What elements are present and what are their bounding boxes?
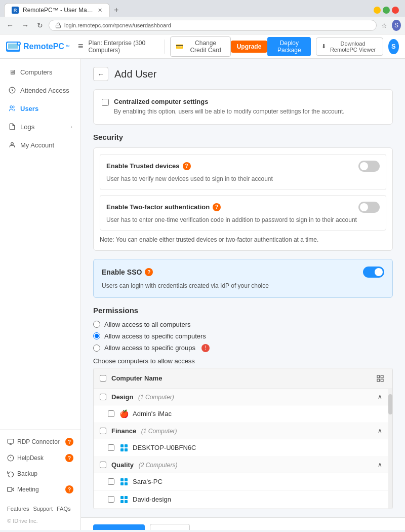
tab-close-icon[interactable]: ✕: [98, 7, 102, 14]
permissions-section: Permissions Allow access to all computer…: [93, 306, 393, 509]
design-group-checkbox[interactable]: [100, 394, 106, 400]
address-bar[interactable]: login.remotepc.com/rpcnew/userdashboard: [49, 20, 377, 31]
cancel-button[interactable]: Cancel: [150, 524, 189, 530]
sidebar-item-helpdesk[interactable]: HelpDesk ?: [0, 450, 80, 466]
faqs-link[interactable]: FAQs: [57, 506, 71, 512]
sidebar-label-users: Users: [20, 105, 38, 112]
backup-icon: [7, 470, 14, 477]
invite-user-button[interactable]: Invite User: [93, 524, 145, 530]
saras-pc-name: Sara's-PC: [133, 478, 163, 485]
two-factor-help-icon[interactable]: ?: [213, 203, 221, 211]
upgrade-button[interactable]: Upgrade: [231, 41, 268, 53]
finance-group-toggle-icon[interactable]: ∧: [378, 427, 382, 434]
two-factor-slider: [358, 202, 380, 213]
col-header-name: Computer Name: [111, 374, 374, 382]
david-design-name: David-design: [133, 496, 171, 503]
trusted-devices-slider: [358, 161, 380, 172]
trusted-devices-title-group: Enable Trusted devices ?: [106, 162, 191, 170]
profile-icon[interactable]: S: [392, 21, 401, 30]
computer-row-admins-imac: 🍎 Admin's iMac: [94, 405, 388, 423]
table-rows: Design (1 Computer) ∧ 🍎 Admin's iMac: [94, 389, 388, 509]
admins-imac-checkbox[interactable]: [108, 410, 114, 417]
download-viewer-button[interactable]: ⬇ Download RemotePC Viewer: [316, 37, 383, 56]
helpdesk-help-icon[interactable]: ?: [65, 454, 73, 462]
permission-radio-all[interactable]: [93, 321, 100, 328]
svg-rect-0: [56, 25, 61, 28]
download-label: Download RemotePC Viewer: [328, 41, 377, 53]
new-tab-button[interactable]: +: [110, 4, 123, 17]
sidebar-item-users[interactable]: Users: [0, 99, 80, 118]
sso-help-icon[interactable]: ?: [145, 268, 153, 276]
trusted-devices-help-icon[interactable]: ?: [183, 162, 191, 170]
rdp-label: RDP Connector: [17, 438, 60, 445]
svg-rect-3: [8, 44, 18, 49]
sidebar-item-attended-access[interactable]: Attended Access: [0, 81, 80, 99]
browser-tab-active[interactable]: R RemotePC™ - User Management ✕: [4, 3, 110, 17]
back-button[interactable]: ←: [93, 67, 108, 81]
support-link[interactable]: Support: [33, 506, 53, 512]
features-link[interactable]: Features: [7, 506, 29, 512]
toolbar-icons: ☆ S: [380, 21, 401, 30]
permission-radio-specific-computers[interactable]: [93, 332, 100, 339]
plan-info: Plan: Enterprise (300 Computers): [88, 40, 165, 54]
desktop-u0bfn6c-checkbox[interactable]: [108, 444, 114, 451]
design-group-name: Design (1 Computer): [111, 393, 378, 401]
sidebar-item-meeting[interactable]: Meeting ?: [0, 481, 80, 498]
maximize-button[interactable]: [383, 7, 390, 14]
svg-point-5: [18, 43, 20, 45]
svg-rect-12: [8, 487, 12, 491]
nav-refresh-button[interactable]: ↻: [34, 20, 46, 30]
table-sort-icon[interactable]: [374, 372, 386, 385]
trusted-devices-header: Enable Trusted devices ?: [106, 161, 380, 172]
minimize-button[interactable]: [374, 7, 381, 14]
two-factor-title-group: Enable Two-factor authentication ?: [106, 203, 221, 211]
two-factor-item: Enable Two-factor authentication ? User …: [100, 195, 386, 231]
bookmark-icon[interactable]: ☆: [380, 21, 389, 30]
sso-section: Enable SSO ? Users can login with creden…: [93, 259, 393, 298]
sidebar-item-logs[interactable]: Logs ›: [0, 118, 80, 136]
sidebar-footer: Features Support FAQs: [0, 502, 80, 516]
saras-pc-checkbox[interactable]: [108, 478, 114, 485]
david-design-checkbox[interactable]: [108, 496, 114, 503]
finance-group-checkbox[interactable]: [100, 428, 106, 434]
table-header: Computer Name: [94, 368, 392, 389]
design-group-toggle-icon[interactable]: ∧: [378, 393, 382, 400]
choose-computers-label: Choose computers to allow access: [93, 357, 393, 365]
quality-group-toggle-icon[interactable]: ∧: [378, 461, 382, 468]
quality-group-checkbox[interactable]: [100, 462, 106, 468]
group-row-finance: Finance (1 Computer) ∧: [94, 423, 388, 439]
close-button[interactable]: [392, 7, 399, 14]
scrollbar-thumb: [388, 394, 392, 414]
page-header: ← Add User: [93, 67, 393, 81]
centralized-settings-checkbox[interactable]: [102, 99, 109, 106]
change-credit-card-button[interactable]: 💳 Change Credit Card: [170, 36, 230, 57]
permission-radio-specific-groups[interactable]: [93, 345, 100, 352]
settings-row: Centralized computer settings By enablin…: [102, 98, 384, 116]
sidebar-item-rdp-connector[interactable]: RDP Connector ?: [0, 434, 80, 450]
meeting-icon: [7, 486, 14, 493]
permission-option-specific-groups: Allow access to specific groups !: [93, 344, 393, 352]
settings-text: Centralized computer settings By enablin…: [114, 98, 345, 116]
table-scrollbar[interactable]: [388, 389, 392, 509]
sidebar-item-backup[interactable]: Backup: [0, 466, 80, 481]
user-avatar[interactable]: S: [388, 39, 399, 54]
sidebar-label-attended: Attended Access: [20, 87, 69, 94]
sidebar-item-computers[interactable]: 🖥 Computers: [0, 63, 80, 81]
app-header: RemotePC ™ ≡ Plan: Enterprise (300 Compu…: [0, 34, 405, 59]
select-all-checkbox[interactable]: [100, 375, 106, 382]
change-credit-card-label: Change Credit Card: [186, 40, 225, 54]
permission-option-all: Allow access to all computers: [93, 321, 393, 328]
hamburger-icon[interactable]: ≡: [78, 41, 84, 52]
sidebar-item-my-account[interactable]: My Account: [0, 136, 80, 154]
security-note: Note: You can enable either trusted devi…: [100, 236, 386, 244]
deploy-package-button[interactable]: Deploy Package: [267, 37, 311, 56]
nav-back-button[interactable]: ←: [4, 20, 16, 30]
sso-toggle[interactable]: [363, 267, 384, 278]
two-factor-toggle[interactable]: [358, 202, 380, 213]
svg-rect-15: [377, 379, 380, 382]
trusted-devices-toggle[interactable]: [358, 161, 380, 172]
rdp-help-icon[interactable]: ?: [65, 438, 73, 446]
action-bar: Invite User Cancel: [81, 517, 405, 530]
meeting-help-icon[interactable]: ?: [65, 485, 73, 493]
nav-forward-button[interactable]: →: [19, 20, 31, 30]
